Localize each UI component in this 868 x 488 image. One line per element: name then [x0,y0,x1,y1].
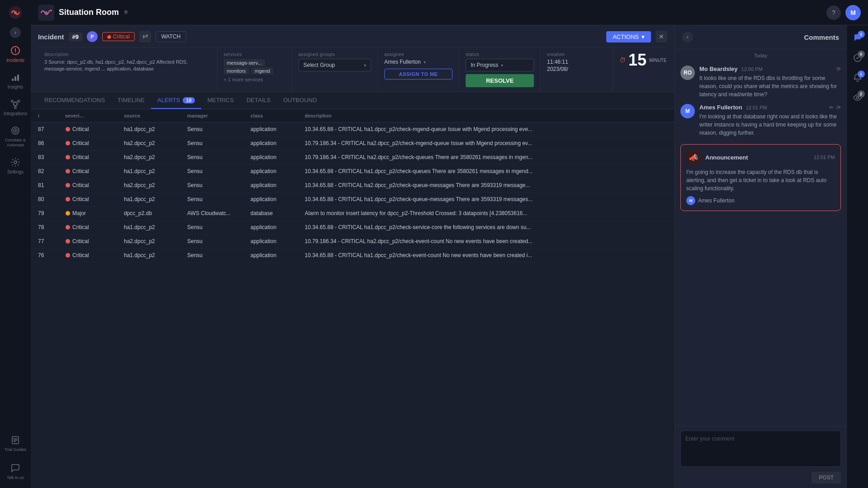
service-tag-0: message-serv... [224,59,265,66]
creation-date: 2023/08/ [547,66,606,72]
svg-point-3 [15,52,16,53]
svg-rect-6 [17,75,19,81]
cell-severity: Critical [65,196,124,202]
table-row[interactable]: 80 Critical ha1.dpcc_p2 Sensu applicatio… [31,192,675,206]
trial-guides-icon [10,435,21,446]
table-row[interactable]: 76 Critical ha1.dpcc_p2 Sensu applicatio… [31,249,675,263]
sidebar-item-settings[interactable]: Settings [2,153,29,178]
sidebar-logo [7,5,24,21]
post-button[interactable]: POST [811,472,841,483]
cell-description: 10.34.65.88 - CRITICAL ha1.dpcc_p2/check… [305,196,667,202]
comment-avatar-1: RO [680,66,695,80]
svg-point-18 [66,127,70,131]
comments-badge: 3 [858,31,865,38]
assignee-chevron-icon: ▾ [424,60,426,65]
services-more[interactable]: + 1 more services [224,77,285,82]
sidebar-item-integrations-label: Integrations [4,111,27,116]
sidebar-item-insights[interactable]: Insights [2,68,29,93]
tab-metrics[interactable]: METRICS [201,92,241,109]
comment-input-area: POST [675,426,846,488]
topbar-title-sup: ® [124,10,127,15]
sidebar-item-correlate-label: Correlate & Automate [4,138,27,148]
resolve-button[interactable]: RESOLVE [466,74,534,87]
comment-edit-icon-2[interactable]: ✏ [829,104,834,111]
comments-header: ‹ Comments [675,25,846,49]
sidebar: › Incidents Insights [0,0,31,488]
comment-options-icon-1[interactable]: ⟳ [836,66,841,72]
watch-button[interactable]: WATCH [156,31,187,42]
table-row[interactable]: 81 Critical ha2.dpcc_p2 Sensu applicatio… [31,178,675,192]
incident-link-button[interactable] [139,31,151,42]
timer-value: 15 [628,52,646,68]
sidebar-item-talk-to-us[interactable]: Talk to us [2,459,29,483]
announcement-time: 12:01 PM [814,155,835,160]
cell-id: 87 [38,126,65,132]
cell-description: 10.79.186.34 - CRITICAL ha2.dpcc_p2/chec… [305,238,667,244]
right-sidebar-eye-btn[interactable]: 2 [849,89,867,107]
cell-severity: Critical [65,182,124,188]
tab-outbound[interactable]: OUTBOUND [277,92,323,109]
comment-text-2: I'm looking at that database right now a… [699,113,841,137]
table-row[interactable]: 82 Critical ha1.dpcc_p2 Sensu applicatio… [31,164,675,178]
status-label: status [466,52,534,57]
table-row[interactable]: 79 Major dpcc_p2.db AWS Cloudwatc... dat… [31,206,675,221]
help-button[interactable]: ? [826,5,841,20]
table-row[interactable]: 86 Critical ha2.dpcc_p2 Sensu applicatio… [31,136,675,150]
actions-chevron-icon: ▾ [642,33,645,40]
tab-alerts[interactable]: ALERTS 10 [151,92,201,109]
comment-input[interactable] [680,431,841,467]
select-group-placeholder: Select Group [303,62,335,68]
sidebar-item-correlate[interactable]: Correlate & Automate [2,122,29,151]
status-dropdown[interactable]: In Progress ▾ [466,59,534,71]
cell-severity: Critical [65,140,124,146]
sidebar-item-integrations[interactable]: Integrations [2,95,29,120]
cell-manager: AWS Cloudwatc... [187,210,250,216]
user-avatar[interactable]: M [845,5,861,20]
cell-class: application [250,154,305,160]
tab-details[interactable]: DETAILS [240,92,277,109]
svg-point-13 [15,130,16,131]
sidebar-item-incidents[interactable]: Incidents [2,42,29,66]
incident-creation-col: creation 11:46:11 2023/08/ [541,47,613,92]
incident-badge-p: P [87,31,98,42]
col-header-manager: manager [187,113,250,118]
col-header-class: class [250,113,305,118]
insights-icon [10,72,21,83]
actions-button[interactable]: ACTIONS ▾ [606,31,651,42]
announcement-icon: 📣 [686,150,701,164]
svg-point-7 [14,102,17,106]
cell-class: application [250,196,305,202]
right-sidebar-check-btn[interactable]: 0 [849,49,867,67]
integrations-icon [10,99,21,109]
table-row[interactable]: 83 Critical ha2.dpcc_p2 Sensu applicatio… [31,150,675,164]
cell-source: ha2.dpcc_p2 [124,238,187,244]
table-row[interactable]: 87 Critical ha1.dpcc_p2 Sensu applicatio… [31,122,675,136]
sidebar-expand-btn[interactable]: › [10,27,21,38]
table-row[interactable]: 77 Critical ha2.dpcc_p2 Sensu applicatio… [31,235,675,249]
select-group-dropdown[interactable]: Select Group ▾ [298,59,371,71]
right-sidebar-bell-btn[interactable]: 1 [849,69,867,87]
close-incident-button[interactable]: ✕ [656,31,667,42]
comment-item-1: RO Mo Beardsley 12:00 PM ⟳ It looks like… [680,66,841,99]
sidebar-item-trial-guides[interactable]: Trial Guides [2,431,29,455]
col-header-severity: severi... [65,113,124,118]
svg-point-8 [11,100,13,102]
cell-source: ha2.dpcc_p2 [124,140,187,146]
comment-options-icon-2[interactable]: ⟳ [836,104,841,111]
status-value: In Progress [471,62,498,68]
assigned-groups-label: assigned groups [298,52,371,57]
alerts-count-badge: 10 [183,97,194,103]
tab-recommendations[interactable]: RECOMMENDATIONS [38,92,111,109]
right-sidebar-comments-btn[interactable]: 3 [849,29,867,47]
announcement-author-name: Ames Fullerton [698,197,735,204]
assign-to-me-button[interactable]: ASSIGN TO ME [384,69,453,80]
cell-id: 83 [38,154,65,160]
timer-unit: MINUTE [649,58,666,63]
cell-class: application [250,252,305,258]
incident-number: #9 [69,33,82,41]
tab-timeline[interactable]: TIMELINE [111,92,151,109]
announcement-card: 📣 Announcement 12:01 PM I'm going to inc… [680,144,841,211]
table-row[interactable]: 78 Critical ha1.dpcc_p2 Sensu applicatio… [31,221,675,235]
comments-expand-button[interactable]: ‹ [682,32,693,42]
cell-source: ha1.dpcc_p2 [124,252,187,258]
